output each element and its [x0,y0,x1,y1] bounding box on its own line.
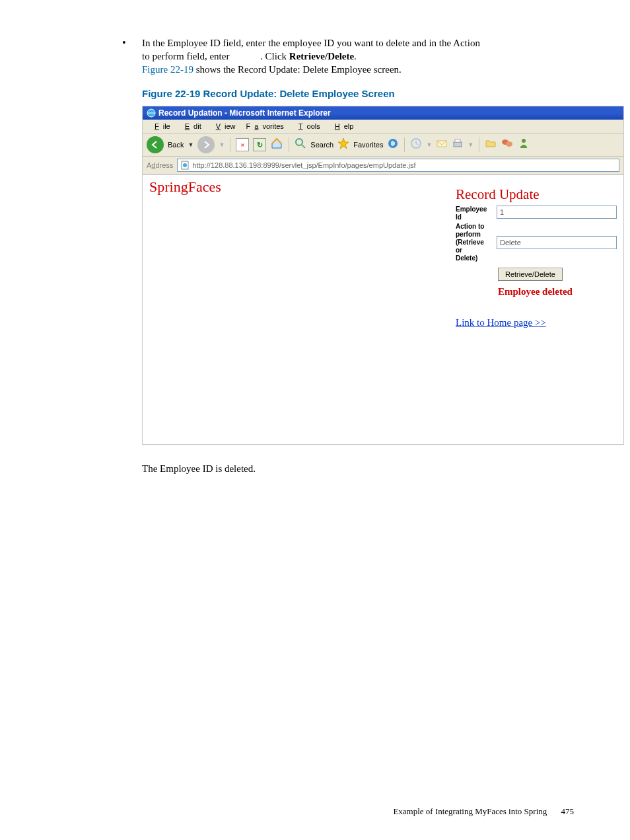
menu-edit[interactable]: Edit [177,121,205,132]
emp-id-label: Employee Id [456,206,497,221]
ie-icon [147,108,156,118]
folder-icon[interactable] [485,137,497,152]
address-label: Address [147,161,173,169]
back-label[interactable]: Back [168,141,184,149]
svg-point-1 [296,139,302,145]
refresh-icon[interactable]: ↻ [253,138,266,151]
instr-line2a: to perform field, enter [142,51,232,61]
home-icon[interactable] [270,137,283,153]
messenger-icon[interactable] [518,137,530,152]
toolbar-separator4 [479,137,479,152]
favorites-icon[interactable] [337,137,349,152]
action-input[interactable] [497,236,617,249]
discuss-icon[interactable] [501,137,514,152]
svg-rect-5 [454,142,462,147]
instr-retrieve-bold: Retrieve/Delete [289,51,354,61]
page-content: SpringFaces Record Update Employee Id Ac… [143,174,623,444]
address-url: http://128.88.136.198:8999/servlet_jsp/E… [192,161,415,169]
menubar: File Edit View Favorites Tools Help [143,120,623,134]
retrieve-delete-button[interactable]: Retrieve/Delete [498,268,563,281]
after-screenshot-text: The Employee ID is deleted. [142,463,574,475]
emp-id-input[interactable] [497,206,617,219]
address-field[interactable]: http://128.88.136.198:8999/servlet_jsp/E… [177,159,619,172]
instr-line2c: . [354,51,357,61]
figure-ref-link: Figure 22-19 [142,64,193,75]
instr-delete-word: Delete [232,51,258,61]
print-chev[interactable]: ▼ [468,141,473,148]
page-icon [180,161,190,170]
history-chev[interactable]: ▼ [426,141,432,148]
action-label: Action to perform (Retrieve or Delete) [456,223,497,262]
back-chevron-icon[interactable]: ▼ [188,141,193,148]
instr-line2b: . Click [260,51,289,61]
action-l3: (Retrieve [456,239,484,246]
home-page-link[interactable]: Link to Home page >> [456,317,546,328]
figure-caption: Figure 22-19 Record Update: Delete Emplo… [142,88,574,99]
toolbar: Back ▼ ▼ × ↻ Search Favorites [143,134,623,157]
toolbar-separator2 [289,137,289,152]
mail-icon[interactable] [436,137,448,152]
svg-point-11 [183,163,187,167]
forward-icon[interactable] [197,136,215,153]
menu-favorites[interactable]: Favorites [242,121,288,132]
action-l4: or [456,247,462,254]
emp-id-label-l2: Id [456,213,462,221]
fwd-chevron-icon[interactable]: ▼ [219,141,225,148]
print-icon[interactable] [452,137,464,152]
menu-tools[interactable]: Tools [291,121,324,132]
toolbar-separator [230,137,230,152]
record-heading: Record Update [456,186,617,203]
footer-page-number: 475 [561,806,575,816]
media-icon[interactable] [387,137,399,152]
titlebar: Record Updation - Microsoft Internet Exp… [143,106,623,120]
svg-point-8 [506,141,512,147]
svg-rect-6 [455,139,460,142]
brand-title: SpringFaces [149,178,221,196]
ie-window: Record Updation - Microsoft Internet Exp… [142,106,624,445]
back-icon[interactable] [147,136,164,153]
favorites-label[interactable]: Favorites [353,141,383,149]
footer-section: Example of Integrating MyFaces into Spri… [393,806,547,816]
action-l1: Action to [456,223,484,230]
search-icon[interactable] [295,137,306,152]
stop-icon[interactable]: × [236,138,249,151]
instr-line1: In the Employee ID field, enter the empl… [142,38,480,48]
menu-help[interactable]: Help [327,121,358,132]
toolbar-separator3 [404,137,405,152]
history-icon[interactable] [410,137,422,152]
action-l2: perform [456,231,481,238]
addressbar: Address http://128.88.136.198:8999/servl… [143,157,623,174]
action-l5: Delete) [456,254,477,262]
status-message: Employee deleted [498,286,617,297]
bullet-mark: • [122,36,142,76]
instruction-text: In the Employee ID field, enter the empl… [142,36,480,76]
menu-view[interactable]: View [208,121,240,132]
svg-point-9 [522,139,526,143]
instr-line3b: shows the Record Update: Delete Employee… [193,64,402,75]
emp-id-label-l1: Employee [456,206,487,213]
menu-file[interactable]: File [147,121,174,132]
page-footer: Example of Integrating MyFaces into Spri… [393,806,574,817]
search-label[interactable]: Search [310,141,333,149]
window-title: Record Updation - Microsoft Internet Exp… [158,108,331,118]
